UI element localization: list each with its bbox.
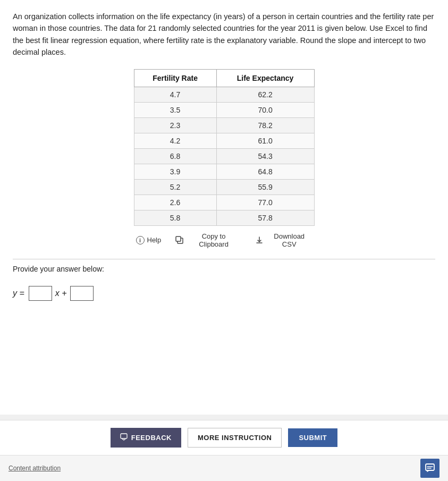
problem-text: An organization collects information on … — [13, 11, 435, 58]
table-row: 5.857.8 — [134, 210, 314, 225]
life-expectancy-cell: 78.2 — [216, 117, 314, 133]
table-row: 6.854.3 — [134, 148, 314, 164]
table-row: 2.378.2 — [134, 117, 314, 133]
download-csv-button[interactable]: Download CSV — [252, 231, 314, 249]
data-table: Fertility Rate Life Expectancy 4.762.23.… — [134, 69, 315, 226]
fertility-cell: 3.5 — [134, 102, 216, 117]
life-expectancy-cell: 62.2 — [216, 87, 314, 102]
chat-button[interactable] — [420, 459, 439, 478]
fertility-cell: 5.2 — [134, 179, 216, 195]
feedback-label: FEEDBACK — [131, 434, 172, 442]
slope-input[interactable] — [29, 286, 52, 301]
help-button[interactable]: i Help — [134, 235, 164, 246]
svg-rect-1 — [176, 237, 181, 241]
y-equals-label: y = — [13, 289, 24, 298]
download-label: Download CSV — [266, 232, 312, 248]
life-expectancy-cell: 70.0 — [216, 102, 314, 117]
table-row: 3.964.8 — [134, 164, 314, 179]
info-icon: i — [136, 236, 145, 244]
col-header-life-expectancy: Life Expectancy — [216, 69, 314, 87]
feedback-button[interactable]: FEEDBACK — [111, 428, 181, 448]
life-expectancy-cell: 77.0 — [216, 195, 314, 210]
bottom-bar: FEEDBACK MORE INSTRUCTION SUBMIT — [0, 420, 448, 455]
copy-label: Copy to Clipboard — [187, 232, 241, 248]
footer-bar: Content attribution — [0, 455, 448, 481]
download-icon — [255, 235, 264, 244]
submit-button[interactable]: SUBMIT — [288, 428, 337, 447]
intercept-input[interactable] — [70, 286, 94, 301]
data-table-container: Fertility Rate Life Expectancy 4.762.23.… — [13, 69, 435, 249]
copy-clipboard-button[interactable]: Copy to Clipboard — [173, 231, 243, 249]
section-divider — [13, 259, 435, 259]
help-label: Help — [147, 236, 162, 244]
table-row: 4.762.2 — [134, 87, 314, 102]
fertility-cell: 3.9 — [134, 164, 216, 179]
table-row: 4.261.0 — [134, 133, 314, 148]
fertility-cell: 2.3 — [134, 117, 216, 133]
copy-icon — [175, 235, 184, 244]
table-row: 2.677.0 — [134, 195, 314, 210]
submit-label: SUBMIT — [299, 434, 327, 442]
fertility-cell: 4.7 — [134, 87, 216, 102]
provide-answer-label: Provide your answer below: — [13, 265, 435, 273]
svg-rect-2 — [121, 434, 127, 438]
fertility-cell: 2.6 — [134, 195, 216, 210]
more-instruction-label: MORE INSTRUCTION — [198, 434, 272, 442]
more-instruction-button[interactable]: MORE INSTRUCTION — [188, 428, 282, 448]
life-expectancy-cell: 57.8 — [216, 210, 314, 225]
life-expectancy-cell: 64.8 — [216, 164, 314, 179]
feedback-icon — [120, 433, 128, 442]
life-expectancy-cell: 54.3 — [216, 148, 314, 164]
col-header-fertility: Fertility Rate — [134, 69, 216, 87]
fertility-cell: 5.8 — [134, 210, 216, 225]
life-expectancy-cell: 55.9 — [216, 179, 314, 195]
chat-icon — [425, 463, 435, 474]
fertility-cell: 6.8 — [134, 148, 216, 164]
answer-section: Provide your answer below: y = x + — [13, 265, 435, 301]
table-actions: i Help Copy to Clipboard — [134, 231, 315, 249]
content-attribution-link[interactable]: Content attribution — [9, 465, 61, 472]
equation-row: y = x + — [13, 286, 435, 301]
table-row: 3.570.0 — [134, 102, 314, 117]
x-plus-label: x + — [55, 289, 67, 298]
svg-rect-3 — [426, 464, 434, 470]
fertility-cell: 4.2 — [134, 133, 216, 148]
life-expectancy-cell: 61.0 — [216, 133, 314, 148]
table-row: 5.255.9 — [134, 179, 314, 195]
